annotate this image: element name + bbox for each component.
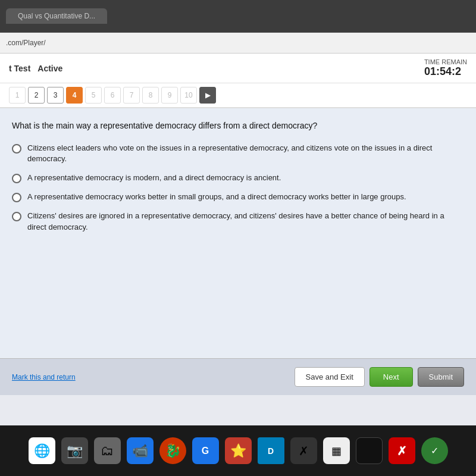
question-text: What is the main way a representative de… bbox=[12, 120, 464, 132]
taskbar-app1-icon[interactable]: 🐉 bbox=[159, 437, 186, 464]
taskbar-fighter-icon[interactable]: ✗ bbox=[290, 437, 317, 464]
page-btn-5[interactable]: 5 bbox=[85, 87, 102, 104]
main-content: t Test Active TIME REMAIN 01:54:2 1 2 3 … bbox=[0, 54, 476, 425]
taskbar-chrome-icon[interactable]: 🌐 bbox=[29, 437, 55, 464]
page-btn-4[interactable]: 4 bbox=[66, 87, 83, 104]
question-area: What is the main way a representative de… bbox=[0, 108, 476, 358]
taskbar-meet-icon[interactable]: 📹 bbox=[127, 437, 154, 464]
time-remaining-label: TIME REMAIN bbox=[424, 58, 467, 65]
page-btn-9[interactable]: 9 bbox=[161, 87, 178, 104]
browser-chrome: Qual vs Quantitative D... bbox=[0, 0, 476, 33]
taskbar-green-icon[interactable]: ✓ bbox=[421, 437, 448, 464]
radio-a[interactable] bbox=[12, 144, 21, 154]
page-btn-2[interactable]: 2 bbox=[28, 87, 45, 104]
answer-text-a: Citizens elect leaders who vote on the i… bbox=[27, 143, 464, 164]
test-header-left: t Test Active bbox=[9, 64, 62, 73]
page-navigation: 1 2 3 4 5 6 7 8 9 10 ▶ bbox=[0, 83, 476, 108]
answer-text-c: A representative democracy works better … bbox=[27, 192, 406, 202]
answer-option-a[interactable]: Citizens elect leaders who vote on the i… bbox=[12, 143, 464, 164]
answer-text-b: A representative democracy is modern, an… bbox=[27, 173, 281, 183]
page-btn-3[interactable]: 3 bbox=[47, 87, 64, 104]
answer-text-d: Citizens' desires are ignored in a repre… bbox=[27, 211, 464, 232]
next-page-arrow[interactable]: ▶ bbox=[199, 87, 216, 104]
browser-tab[interactable]: Qual vs Quantitative D... bbox=[6, 8, 107, 24]
next-button[interactable]: Next bbox=[369, 367, 413, 387]
test-header: t Test Active TIME REMAIN 01:54:2 bbox=[0, 54, 476, 83]
taskbar-redx-icon[interactable]: ✗ bbox=[389, 437, 415, 464]
radio-c[interactable] bbox=[12, 193, 21, 202]
answer-option-c[interactable]: A representative democracy works better … bbox=[12, 192, 464, 202]
page-btn-6[interactable]: 6 bbox=[104, 87, 121, 104]
taskbar-black-icon[interactable] bbox=[356, 437, 383, 464]
save-exit-button[interactable]: Save and Exit bbox=[295, 367, 365, 387]
url-bar: .com/Player/ bbox=[0, 33, 476, 54]
url-text: .com/Player/ bbox=[6, 39, 46, 47]
time-remaining-value: 01:54:2 bbox=[424, 65, 467, 78]
taskbar-dell-icon[interactable]: D bbox=[258, 437, 284, 464]
answer-option-b[interactable]: A representative democracy is modern, an… bbox=[12, 173, 464, 183]
answer-option-d[interactable]: Citizens' desires are ignored in a repre… bbox=[12, 211, 464, 232]
taskbar-classroom-icon[interactable]: G bbox=[192, 437, 219, 464]
taskbar-files-icon[interactable]: 🗂 bbox=[94, 437, 121, 464]
action-buttons: Save and Exit Next Submit bbox=[295, 367, 464, 387]
submit-button[interactable]: Submit bbox=[418, 367, 464, 387]
taskbar-qr-icon[interactable]: ▦ bbox=[323, 437, 350, 464]
test-label: t Test bbox=[9, 64, 30, 73]
time-remaining-container: TIME REMAIN 01:54:2 bbox=[424, 58, 467, 78]
taskbar: 🌐 📷 🗂 📹 🐉 G ⭐ D ✗ ▦ ✗ ✓ bbox=[0, 425, 476, 476]
mark-return-link[interactable]: Mark this and return bbox=[12, 373, 76, 381]
page-btn-1[interactable]: 1 bbox=[9, 87, 26, 104]
radio-d[interactable] bbox=[12, 212, 21, 221]
taskbar-star-icon[interactable]: ⭐ bbox=[225, 437, 252, 464]
page-btn-10[interactable]: 10 bbox=[180, 87, 197, 104]
taskbar-camera-icon[interactable]: 📷 bbox=[61, 437, 88, 464]
action-bar: Mark this and return Save and Exit Next … bbox=[0, 358, 476, 395]
active-badge: Active bbox=[37, 64, 62, 73]
page-btn-7[interactable]: 7 bbox=[123, 87, 140, 104]
radio-b[interactable] bbox=[12, 174, 21, 183]
page-btn-8[interactable]: 8 bbox=[142, 87, 159, 104]
